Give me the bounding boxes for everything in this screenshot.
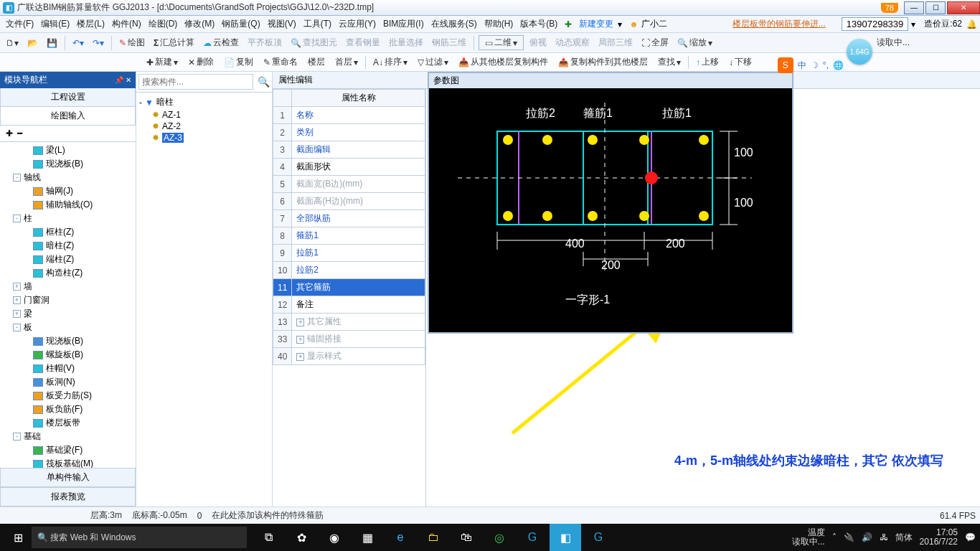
menu-bim[interactable]: BIM应用(I) [380, 17, 427, 32]
tree-node[interactable]: 现浇板(B) [3, 334, 133, 348]
tb-store-icon[interactable]: 🛍 [451, 524, 482, 551]
top-view-button[interactable]: 俯视 [527, 35, 550, 50]
move-down-button[interactable]: ↓下移 [726, 55, 755, 70]
menu-version[interactable]: 版本号(B) [517, 17, 560, 32]
prop-row[interactable]: 33+锚固搭接 [273, 331, 425, 348]
tab-report-preview[interactable]: 报表预览 [0, 487, 136, 507]
component-tree[interactable]: -▼暗柱✸AZ-1✸AZ-2✸AZ-3 [136, 93, 272, 507]
tree-node[interactable]: 基础梁(F) [3, 443, 133, 457]
start-button[interactable]: ⊞ [4, 524, 32, 551]
maximize-button[interactable]: ☐ [925, 1, 946, 14]
category-tree[interactable]: 梁(L)现浇板(B)-轴线轴网(J)辅助轴线(O)-柱框柱(Z)暗柱(Z)端柱(… [0, 142, 136, 468]
tb-app1-icon[interactable]: ✿ [286, 524, 317, 551]
tree-node[interactable]: 板负筋(F) [3, 402, 133, 416]
move-up-button[interactable]: ↑上移 [693, 55, 722, 70]
new-change-link[interactable]: 新建变更 [579, 18, 613, 30]
tree-node[interactable]: 现浇板(B) [3, 157, 133, 171]
copy-to-button[interactable]: 📤复制构件到其他楼层 [555, 55, 651, 70]
tray-net-icon[interactable]: 🖧 [880, 532, 888, 542]
task-view-icon[interactable]: ⧉ [253, 524, 284, 551]
component-node[interactable]: ✸AZ-3 [139, 132, 269, 143]
sort-button[interactable]: A↓排序▾ [370, 55, 410, 70]
menu-draw[interactable]: 绘图(D) [146, 17, 181, 32]
prop-row[interactable]: 3截面编辑 [273, 141, 425, 159]
menu-component[interactable]: 构件(N) [109, 17, 144, 32]
draw-button[interactable]: ✎绘图 [116, 35, 148, 50]
delete-button[interactable]: ✕删除 [185, 55, 217, 70]
zoom-button[interactable]: 🔍缩放▾ [674, 35, 715, 50]
tray-power-icon[interactable]: 🔌 [844, 532, 854, 542]
cloud-check-button[interactable]: ☁云检查 [200, 35, 242, 50]
prop-row[interactable]: 8箍筋1 [273, 227, 425, 245]
tree-node[interactable]: 楼层板带 [3, 416, 133, 430]
new-component-button[interactable]: ✚新建▾ [143, 55, 181, 70]
prop-row[interactable]: 7全部纵筋 [273, 210, 425, 227]
tree-node[interactable]: 轴网(J) [3, 184, 133, 198]
tree-node[interactable]: 框柱(Z) [3, 225, 133, 239]
tree-node[interactable]: +墙 [3, 280, 133, 293]
menu-help[interactable]: 帮助(H) [481, 17, 517, 32]
mode-line-icon[interactable]: ━ [17, 128, 22, 138]
tree-node[interactable]: 螺旋板(B) [3, 348, 133, 362]
tray-up-icon[interactable]: ˄ [832, 532, 837, 542]
tree-node[interactable]: 板洞(N) [3, 375, 133, 389]
rename-button[interactable]: ✎重命名 [260, 55, 301, 70]
flat-top-button[interactable]: 平齐板顶 [245, 35, 285, 50]
tree-node[interactable]: -板 [3, 321, 133, 334]
search-button[interactable]: 🔍 [255, 72, 272, 92]
tree-node[interactable]: +梁 [3, 307, 133, 321]
tb-app5-icon[interactable]: G [583, 524, 614, 551]
tree-node[interactable]: -基础 [3, 430, 133, 443]
phone-box[interactable]: 13907298339 [842, 17, 909, 31]
tree-node[interactable]: -轴线 [3, 171, 133, 184]
prop-row[interactable]: 10拉筋2 [273, 262, 425, 279]
menu-cloud[interactable]: 云应用(Y) [336, 17, 379, 32]
prop-row[interactable]: 11其它箍筋 [273, 279, 425, 296]
menu-tools[interactable]: 工具(T) [301, 17, 334, 32]
tree-node[interactable]: 板受力筋(S) [3, 389, 133, 402]
view-2d-button[interactable]: ▭ 二维 ▾ [479, 35, 524, 50]
tree-node[interactable]: 梁(L) [3, 143, 133, 157]
prop-row[interactable]: 40+显示样式 [273, 348, 425, 365]
fullscreen-button[interactable]: ⛶全屏 [639, 35, 672, 50]
prop-row[interactable]: 4截面形状 [273, 159, 425, 176]
view-steel-button[interactable]: 查看钢量 [343, 35, 383, 50]
component-node[interactable]: -▼暗柱 [139, 95, 269, 109]
component-node[interactable]: ✸AZ-2 [139, 121, 269, 132]
orbit-button[interactable]: 动态观察 [552, 35, 593, 50]
first-floor-dd[interactable]: 首层 ▾ [332, 55, 361, 70]
sogou-icon[interactable]: S [778, 57, 793, 73]
menu-edit[interactable]: 编辑(E) [38, 17, 72, 32]
tree-node[interactable]: -柱 [3, 212, 133, 225]
copy-from-button[interactable]: 📥从其他楼层复制构件 [456, 55, 551, 70]
new-file-button[interactable]: 🗋▾ [3, 37, 22, 50]
tree-node[interactable]: 辅助轴线(O) [3, 198, 133, 212]
prop-row[interactable]: 13+其它属性 [273, 314, 425, 331]
tray-ime[interactable]: 简体 [895, 532, 913, 544]
tree-node[interactable]: 暗柱(Z) [3, 239, 133, 253]
filter-button[interactable]: ▽过滤▾ [415, 55, 451, 70]
find-button[interactable]: 查找▾ [655, 55, 684, 70]
save-button[interactable]: 💾 [44, 37, 60, 50]
tree-node[interactable]: +门窗洞 [3, 293, 133, 307]
local-3d-button[interactable]: 局部三维 [595, 35, 636, 50]
menu-modify[interactable]: 修改(M) [182, 17, 217, 32]
tb-app3-icon[interactable]: ▦ [352, 524, 383, 551]
tb-explorer-icon[interactable]: 🗀 [418, 524, 449, 551]
minimize-button[interactable]: — [904, 1, 924, 14]
tb-app4-icon[interactable]: G [517, 524, 548, 551]
menu-rebar[interactable]: 钢筋量(Q) [219, 17, 263, 32]
tray-notif-icon[interactable]: 💬 [965, 532, 976, 542]
prop-row[interactable]: 6截面高(H边)(mm) [273, 193, 425, 210]
tray-vol-icon[interactable]: 🔊 [862, 532, 872, 542]
prop-row[interactable]: 5截面宽(B边)(mm) [273, 176, 425, 193]
menu-online[interactable]: 在线服务(S) [428, 17, 480, 32]
taskbar-search[interactable]: 🔍 搜索 Web 和 Windows [32, 527, 247, 548]
bell-icon[interactable]: 🔔 [966, 19, 977, 29]
sum-button[interactable]: Σ 汇总计算 [151, 35, 197, 50]
close-button[interactable]: ✕ [947, 1, 980, 14]
component-node[interactable]: ✸AZ-1 [139, 109, 269, 121]
tab-draw-input[interactable]: 绘图输入 [0, 107, 136, 126]
tree-node[interactable]: 筏板基础(M) [3, 457, 133, 468]
prop-row[interactable]: 2类别 [273, 124, 425, 141]
